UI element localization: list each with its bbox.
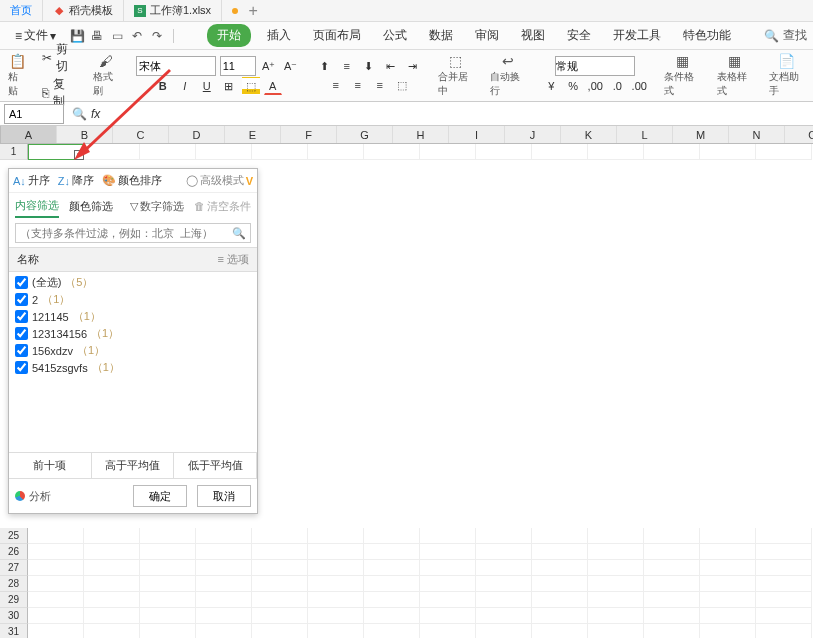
below-avg-button[interactable]: 低于平均值 [174,453,257,478]
filter-item[interactable]: 121145 （1） [15,308,251,325]
cell[interactable] [588,528,644,544]
paste-button[interactable]: 📋粘贴 [8,53,26,98]
filter-checkbox[interactable] [15,327,28,340]
cell[interactable] [532,528,588,544]
number-filter-button[interactable]: ▽数字筛选 [130,199,184,214]
column-header[interactable]: O [785,126,813,143]
cell[interactable] [140,608,196,624]
cell[interactable] [364,608,420,624]
column-header[interactable]: A [1,126,57,143]
align-top-icon[interactable]: ⬆ [316,57,334,75]
cell[interactable] [28,624,84,638]
filter-checkbox[interactable] [15,310,28,323]
cell[interactable] [28,560,84,576]
ok-button[interactable]: 确定 [133,485,187,507]
inc-dec-icon[interactable]: .0 [608,77,626,95]
row-header[interactable]: 26 [0,544,28,560]
row-header[interactable]: 27 [0,560,28,576]
cell[interactable] [532,544,588,560]
cell[interactable] [252,528,308,544]
cell[interactable] [84,528,140,544]
sort-asc-button[interactable]: A↓升序 [13,173,50,188]
wrap-button[interactable]: ↩自动换行 [490,53,526,98]
column-header[interactable]: L [617,126,673,143]
cell[interactable] [84,544,140,560]
ribbon-data[interactable]: 数据 [423,24,459,47]
italic-button[interactable]: I [176,77,194,95]
cell[interactable] [28,608,84,624]
cell[interactable] [364,560,420,576]
zoom-icon[interactable]: 🔍 [72,107,87,121]
currency-icon[interactable]: ¥ [542,77,560,95]
redo-icon[interactable]: ↷ [149,28,165,44]
cell[interactable] [140,528,196,544]
column-header[interactable]: G [337,126,393,143]
cell[interactable] [308,592,364,608]
cell[interactable] [756,144,812,160]
color-sort-button[interactable]: 🎨颜色排序 [102,173,162,188]
border-button[interactable]: ⊞ [220,77,238,95]
sort-desc-button[interactable]: Z↓降序 [58,173,94,188]
name-box[interactable] [4,104,64,124]
cancel-button[interactable]: 取消 [197,485,251,507]
tablestyle-button[interactable]: ▦表格样式 [717,53,753,98]
print-icon[interactable]: 🖶 [89,28,105,44]
ribbon-special[interactable]: 特色功能 [677,24,737,47]
comma-icon[interactable]: ,00 [586,77,604,95]
cell[interactable] [588,560,644,576]
formula-input[interactable] [104,104,809,124]
tab-workbook[interactable]: S工作簿1.xlsx [124,0,222,22]
cell[interactable] [364,624,420,638]
column-header[interactable]: F [281,126,337,143]
cell[interactable] [420,624,476,638]
filter-dropdown-button[interactable]: ▾ [74,150,84,160]
cut-button[interactable]: 剪切 [56,41,76,75]
cell[interactable] [532,144,588,160]
cell[interactable] [308,544,364,560]
column-header[interactable]: C [113,126,169,143]
cell[interactable] [476,576,532,592]
cell[interactable] [308,560,364,576]
search-button[interactable]: 🔍查找 [764,27,807,44]
font-size-select[interactable] [220,56,256,76]
cell[interactable] [364,144,420,160]
cell[interactable] [588,608,644,624]
color-filter-tab[interactable]: 颜色筛选 [69,196,113,217]
cell[interactable] [28,592,84,608]
cell[interactable] [644,560,700,576]
cell[interactable] [84,592,140,608]
fx-icon[interactable]: fx [91,107,100,121]
cell[interactable] [196,592,252,608]
filter-item[interactable]: 156xdzv （1） [15,342,251,359]
cell[interactable] [140,144,196,160]
cell[interactable] [420,144,476,160]
cell[interactable] [252,624,308,638]
cell[interactable] [84,576,140,592]
align-bot-icon[interactable]: ⬇ [360,57,378,75]
cell[interactable] [644,544,700,560]
cell[interactable] [588,144,644,160]
cell[interactable] [476,624,532,638]
cell[interactable] [756,608,812,624]
ribbon-dev[interactable]: 开发工具 [607,24,667,47]
cell[interactable] [308,576,364,592]
cond-format-button[interactable]: ▦条件格式 [664,53,700,98]
cell[interactable] [756,576,812,592]
cell[interactable] [140,560,196,576]
percent-icon[interactable]: % [564,77,582,95]
indent-dec-icon[interactable]: ⇤ [382,57,400,75]
filter-checkbox[interactable] [15,276,28,289]
align-mid-icon[interactable]: ≡ [338,57,356,75]
number-format-select[interactable] [555,56,635,76]
analyze-button[interactable]: 分析 [15,489,51,504]
cell[interactable] [476,608,532,624]
merge-button[interactable]: ⬚合并居中 [438,53,474,98]
dec-dec-icon[interactable]: .00 [630,77,648,95]
cell[interactable] [644,144,700,160]
cell[interactable] [196,576,252,592]
ribbon-page[interactable]: 页面布局 [307,24,367,47]
cell[interactable] [476,592,532,608]
cell[interactable] [252,576,308,592]
format-painter-button[interactable]: 🖌格式刷 [93,53,120,98]
column-header[interactable]: M [673,126,729,143]
